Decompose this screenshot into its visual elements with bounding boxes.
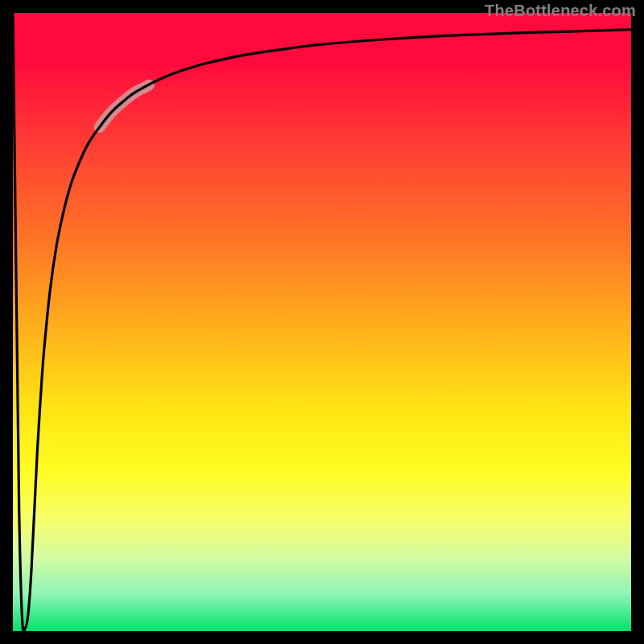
- bottleneck-curve: [13, 13, 631, 632]
- chart-container: TheBottleneck.com: [0, 0, 644, 644]
- attribution-text: TheBottleneck.com: [485, 2, 636, 20]
- curve-layer: [13, 13, 631, 631]
- curve-highlight: [100, 85, 149, 127]
- plot-area: [13, 13, 631, 631]
